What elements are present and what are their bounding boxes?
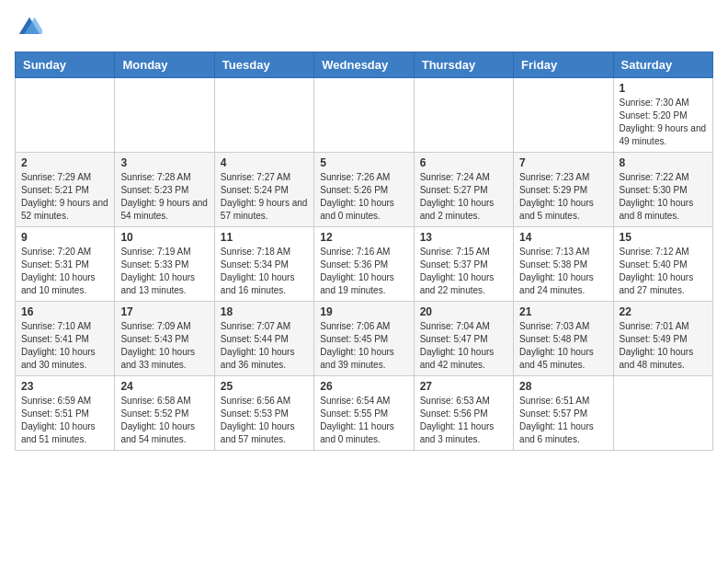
day-cell: 20Sunrise: 7:04 AM Sunset: 5:47 PM Dayli… <box>414 302 513 376</box>
header-cell-friday: Friday <box>514 52 613 78</box>
day-cell: 11Sunrise: 7:18 AM Sunset: 5:34 PM Dayli… <box>214 227 313 302</box>
day-number: 15 <box>620 231 707 244</box>
day-cell: 15Sunrise: 7:12 AM Sunset: 5:40 PM Dayli… <box>613 227 712 302</box>
day-cell <box>115 78 214 153</box>
day-number: 1 <box>620 82 707 95</box>
week-row-4: 23Sunrise: 6:59 AM Sunset: 5:51 PM Dayli… <box>16 376 713 451</box>
calendar-body: 1Sunrise: 7:30 AM Sunset: 5:20 PM Daylig… <box>16 78 713 451</box>
logo-icon <box>17 15 42 40</box>
day-number: 28 <box>519 380 607 393</box>
day-info: Sunrise: 7:27 AM Sunset: 5:24 PM Dayligh… <box>221 171 308 223</box>
day-number: 9 <box>21 231 108 244</box>
day-number: 6 <box>420 156 507 169</box>
day-number: 25 <box>221 380 308 393</box>
calendar-header: SundayMondayTuesdayWednesdayThursdayFrid… <box>16 52 713 78</box>
day-number: 19 <box>320 305 407 318</box>
day-number: 4 <box>221 156 308 169</box>
day-cell: 18Sunrise: 7:07 AM Sunset: 5:44 PM Dayli… <box>214 302 313 376</box>
day-info: Sunrise: 7:28 AM Sunset: 5:23 PM Dayligh… <box>120 171 208 223</box>
day-number: 27 <box>420 380 507 393</box>
day-cell: 9Sunrise: 7:20 AM Sunset: 5:31 PM Daylig… <box>16 227 115 302</box>
header-cell-wednesday: Wednesday <box>314 52 414 78</box>
day-number: 2 <box>21 156 108 169</box>
day-cell: 19Sunrise: 7:06 AM Sunset: 5:45 PM Dayli… <box>314 302 414 376</box>
day-cell <box>514 78 613 153</box>
logo <box>15 15 42 40</box>
day-number: 10 <box>120 231 208 244</box>
day-info: Sunrise: 7:26 AM Sunset: 5:26 PM Dayligh… <box>320 171 407 223</box>
day-cell: 1Sunrise: 7:30 AM Sunset: 5:20 PM Daylig… <box>613 78 712 153</box>
day-number: 26 <box>320 380 407 393</box>
day-info: Sunrise: 7:16 AM Sunset: 5:36 PM Dayligh… <box>320 246 407 297</box>
day-cell: 7Sunrise: 7:23 AM Sunset: 5:29 PM Daylig… <box>514 153 613 227</box>
day-info: Sunrise: 7:03 AM Sunset: 5:48 PM Dayligh… <box>519 320 607 372</box>
day-cell: 3Sunrise: 7:28 AM Sunset: 5:23 PM Daylig… <box>115 153 214 227</box>
day-cell: 26Sunrise: 6:54 AM Sunset: 5:55 PM Dayli… <box>314 376 414 451</box>
day-info: Sunrise: 7:09 AM Sunset: 5:43 PM Dayligh… <box>120 320 208 372</box>
day-info: Sunrise: 6:59 AM Sunset: 5:51 PM Dayligh… <box>21 395 108 446</box>
day-cell: 14Sunrise: 7:13 AM Sunset: 5:38 PM Dayli… <box>514 227 613 302</box>
day-info: Sunrise: 7:20 AM Sunset: 5:31 PM Dayligh… <box>21 246 108 297</box>
day-cell <box>414 78 513 153</box>
header-cell-thursday: Thursday <box>414 52 513 78</box>
day-number: 5 <box>320 156 407 169</box>
day-number: 8 <box>620 156 707 169</box>
day-cell: 25Sunrise: 6:56 AM Sunset: 5:53 PM Dayli… <box>214 376 313 451</box>
day-number: 11 <box>221 231 308 244</box>
day-info: Sunrise: 7:12 AM Sunset: 5:40 PM Dayligh… <box>620 246 707 297</box>
day-info: Sunrise: 7:01 AM Sunset: 5:49 PM Dayligh… <box>620 320 707 372</box>
day-number: 3 <box>120 156 208 169</box>
day-info: Sunrise: 7:15 AM Sunset: 5:37 PM Dayligh… <box>420 246 507 297</box>
day-number: 21 <box>519 305 607 318</box>
calendar-table: SundayMondayTuesdayWednesdayThursdayFrid… <box>15 52 713 451</box>
header-row: SundayMondayTuesdayWednesdayThursdayFrid… <box>16 52 713 78</box>
day-cell: 12Sunrise: 7:16 AM Sunset: 5:36 PM Dayli… <box>314 227 414 302</box>
week-row-0: 1Sunrise: 7:30 AM Sunset: 5:20 PM Daylig… <box>16 78 713 153</box>
day-cell: 16Sunrise: 7:10 AM Sunset: 5:41 PM Dayli… <box>16 302 115 376</box>
day-info: Sunrise: 7:10 AM Sunset: 5:41 PM Dayligh… <box>21 320 108 372</box>
day-cell: 23Sunrise: 6:59 AM Sunset: 5:51 PM Dayli… <box>16 376 115 451</box>
day-number: 16 <box>21 305 108 318</box>
day-number: 14 <box>519 231 607 244</box>
week-row-2: 9Sunrise: 7:20 AM Sunset: 5:31 PM Daylig… <box>16 227 713 302</box>
day-info: Sunrise: 7:30 AM Sunset: 5:20 PM Dayligh… <box>620 97 707 148</box>
day-cell: 4Sunrise: 7:27 AM Sunset: 5:24 PM Daylig… <box>214 153 313 227</box>
header-cell-sunday: Sunday <box>16 52 115 78</box>
day-cell: 10Sunrise: 7:19 AM Sunset: 5:33 PM Dayli… <box>115 227 214 302</box>
day-info: Sunrise: 6:58 AM Sunset: 5:52 PM Dayligh… <box>120 395 208 446</box>
day-cell: 22Sunrise: 7:01 AM Sunset: 5:49 PM Dayli… <box>613 302 712 376</box>
day-info: Sunrise: 6:56 AM Sunset: 5:53 PM Dayligh… <box>221 395 308 446</box>
day-cell: 27Sunrise: 6:53 AM Sunset: 5:56 PM Dayli… <box>414 376 513 451</box>
day-cell: 21Sunrise: 7:03 AM Sunset: 5:48 PM Dayli… <box>514 302 613 376</box>
day-cell <box>613 376 712 451</box>
day-cell: 5Sunrise: 7:26 AM Sunset: 5:26 PM Daylig… <box>314 153 414 227</box>
header-cell-tuesday: Tuesday <box>214 52 313 78</box>
week-row-3: 16Sunrise: 7:10 AM Sunset: 5:41 PM Dayli… <box>16 302 713 376</box>
day-info: Sunrise: 7:18 AM Sunset: 5:34 PM Dayligh… <box>221 246 308 297</box>
day-cell: 28Sunrise: 6:51 AM Sunset: 5:57 PM Dayli… <box>514 376 613 451</box>
day-cell: 17Sunrise: 7:09 AM Sunset: 5:43 PM Dayli… <box>115 302 214 376</box>
header <box>15 15 713 40</box>
day-info: Sunrise: 6:51 AM Sunset: 5:57 PM Dayligh… <box>519 395 607 446</box>
day-cell: 2Sunrise: 7:29 AM Sunset: 5:21 PM Daylig… <box>16 153 115 227</box>
day-info: Sunrise: 7:29 AM Sunset: 5:21 PM Dayligh… <box>21 171 108 223</box>
day-cell: 13Sunrise: 7:15 AM Sunset: 5:37 PM Dayli… <box>414 227 513 302</box>
day-info: Sunrise: 7:07 AM Sunset: 5:44 PM Dayligh… <box>221 320 308 372</box>
day-cell <box>214 78 313 153</box>
day-info: Sunrise: 7:06 AM Sunset: 5:45 PM Dayligh… <box>320 320 407 372</box>
day-number: 18 <box>221 305 308 318</box>
day-info: Sunrise: 7:23 AM Sunset: 5:29 PM Dayligh… <box>519 171 607 223</box>
header-cell-monday: Monday <box>115 52 214 78</box>
day-info: Sunrise: 7:19 AM Sunset: 5:33 PM Dayligh… <box>120 246 208 297</box>
week-row-1: 2Sunrise: 7:29 AM Sunset: 5:21 PM Daylig… <box>16 153 713 227</box>
day-number: 7 <box>519 156 607 169</box>
day-cell <box>314 78 414 153</box>
day-info: Sunrise: 7:13 AM Sunset: 5:38 PM Dayligh… <box>519 246 607 297</box>
day-number: 13 <box>420 231 507 244</box>
day-info: Sunrise: 6:54 AM Sunset: 5:55 PM Dayligh… <box>320 395 407 446</box>
day-number: 23 <box>21 380 108 393</box>
day-info: Sunrise: 7:22 AM Sunset: 5:30 PM Dayligh… <box>620 171 707 223</box>
day-cell <box>16 78 115 153</box>
day-number: 17 <box>120 305 208 318</box>
day-number: 20 <box>420 305 507 318</box>
